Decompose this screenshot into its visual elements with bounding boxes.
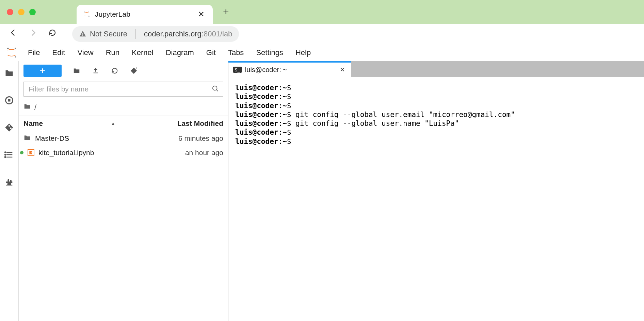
menu-git[interactable]: Git bbox=[200, 46, 222, 60]
browser-tab[interactable]: JupyterLab ✕ bbox=[77, 5, 213, 24]
svg-rect-9 bbox=[8, 99, 11, 102]
running-indicator-icon bbox=[20, 151, 23, 154]
svg-line-20 bbox=[216, 90, 218, 91]
svg-rect-3 bbox=[82, 33, 83, 35]
workspace-tabbar: $_ luis@coder: ~ ✕ bbox=[228, 61, 644, 77]
close-terminal-button[interactable]: ✕ bbox=[338, 65, 346, 75]
svg-text:+: + bbox=[135, 67, 138, 70]
window-maximize-button[interactable] bbox=[29, 9, 36, 15]
terminal-tab[interactable]: $_ luis@coder: ~ ✕ bbox=[228, 61, 351, 77]
menu-run[interactable]: Run bbox=[100, 46, 126, 60]
menu-file[interactable]: File bbox=[22, 46, 46, 60]
menu-diagram[interactable]: Diagram bbox=[160, 46, 200, 60]
svg-text:+: + bbox=[77, 69, 79, 73]
svg-point-2 bbox=[88, 16, 90, 17]
menu-settings[interactable]: Settings bbox=[250, 46, 289, 60]
svg-point-1 bbox=[88, 12, 89, 12]
menu-edit[interactable]: Edit bbox=[46, 46, 71, 60]
svg-point-14 bbox=[5, 154, 6, 155]
svg-point-15 bbox=[5, 156, 6, 157]
new-tab-button[interactable]: + bbox=[223, 6, 229, 18]
file-list: Master-DS6 minutes agokite_tutorial.ipyn… bbox=[19, 131, 228, 160]
git-tab-icon[interactable] bbox=[4, 122, 14, 133]
address-bar[interactable]: Not Secure coder.parchis.org:8001/lab bbox=[72, 26, 239, 42]
svg-point-5 bbox=[7, 48, 9, 49]
upload-button[interactable] bbox=[92, 67, 100, 75]
browser-toolbar: Not Secure coder.parchis.org:8001/lab bbox=[0, 24, 644, 44]
file-list-header: Name ▲ Last Modified bbox=[19, 116, 228, 131]
folder-icon bbox=[23, 103, 31, 112]
not-secure-indicator[interactable]: Not Secure bbox=[79, 30, 127, 38]
file-row[interactable]: kite_tutorial.ipynban hour ago bbox=[19, 146, 228, 160]
menu-tabs[interactable]: Tabs bbox=[222, 46, 250, 60]
terminal-output[interactable]: luis@coder:~$ luis@coder:~$ luis@coder:~… bbox=[228, 77, 644, 321]
file-filter-input[interactable] bbox=[23, 82, 223, 97]
extensions-tab-icon[interactable] bbox=[4, 177, 14, 187]
svg-point-19 bbox=[213, 86, 217, 90]
folder-icon bbox=[23, 134, 31, 143]
terminal-icon: $_ bbox=[233, 67, 242, 73]
forward-button[interactable] bbox=[27, 26, 39, 41]
file-modified: 6 minutes ago bbox=[135, 134, 223, 142]
jupyter-favicon-icon bbox=[83, 11, 90, 18]
jupyter-logo-icon[interactable] bbox=[5, 47, 18, 59]
svg-point-6 bbox=[15, 48, 16, 49]
terminal-tab-title: luis@coder: ~ bbox=[245, 66, 335, 74]
url-text: coder.parchis.org:8001/lab bbox=[144, 30, 232, 38]
file-browser-toolbar: + + + bbox=[19, 61, 228, 80]
back-button[interactable] bbox=[7, 26, 20, 41]
search-icon bbox=[212, 85, 219, 94]
file-browser-panel: + + + / bbox=[19, 61, 228, 321]
file-filter bbox=[23, 82, 223, 97]
notebook-icon bbox=[28, 149, 34, 156]
svg-rect-4 bbox=[82, 35, 83, 36]
window-controls bbox=[7, 9, 36, 15]
new-folder-button[interactable]: + bbox=[73, 67, 81, 75]
toc-tab-icon[interactable] bbox=[4, 150, 14, 160]
menu-view[interactable]: View bbox=[71, 46, 99, 60]
sidebar-rail bbox=[0, 61, 19, 321]
close-tab-button[interactable]: ✕ bbox=[196, 8, 206, 20]
divider bbox=[135, 29, 136, 39]
window-close-button[interactable] bbox=[7, 9, 13, 15]
svg-point-7 bbox=[15, 56, 16, 57]
file-name: Master-DS bbox=[35, 134, 69, 142]
menu-help[interactable]: Help bbox=[289, 46, 317, 60]
column-name-header[interactable]: Name ▲ bbox=[19, 119, 140, 128]
work-area: $_ luis@coder: ~ ✕ luis@coder:~$ luis@co… bbox=[228, 61, 644, 321]
reload-button[interactable] bbox=[46, 27, 59, 41]
window-minimize-button[interactable] bbox=[18, 9, 25, 15]
app-menubar: File Edit View Run Kernel Diagram Git Ta… bbox=[0, 44, 644, 61]
git-clone-button[interactable]: + bbox=[130, 67, 138, 75]
svg-rect-17 bbox=[94, 73, 98, 73]
column-modified-header[interactable]: Last Modified bbox=[140, 119, 228, 128]
menu-kernel[interactable]: Kernel bbox=[126, 46, 160, 60]
breadcrumb-path: / bbox=[34, 103, 36, 112]
file-row[interactable]: Master-DS6 minutes ago bbox=[19, 131, 228, 146]
new-launcher-button[interactable]: + bbox=[23, 65, 62, 77]
browser-tabbar: JupyterLab ✕ + bbox=[0, 0, 644, 24]
refresh-button[interactable] bbox=[111, 67, 119, 75]
warning-icon bbox=[79, 30, 86, 38]
file-name: kite_tutorial.ipynb bbox=[38, 149, 94, 157]
svg-point-0 bbox=[84, 12, 85, 13]
running-tab-icon[interactable] bbox=[4, 95, 14, 105]
folder-tab-icon[interactable] bbox=[4, 68, 14, 78]
svg-point-13 bbox=[5, 152, 6, 153]
sort-caret-icon: ▲ bbox=[111, 121, 115, 126]
not-secure-label: Not Secure bbox=[90, 30, 127, 38]
breadcrumb[interactable]: / bbox=[19, 100, 228, 116]
browser-tab-title: JupyterLab bbox=[95, 10, 192, 18]
file-modified: an hour ago bbox=[135, 149, 223, 157]
